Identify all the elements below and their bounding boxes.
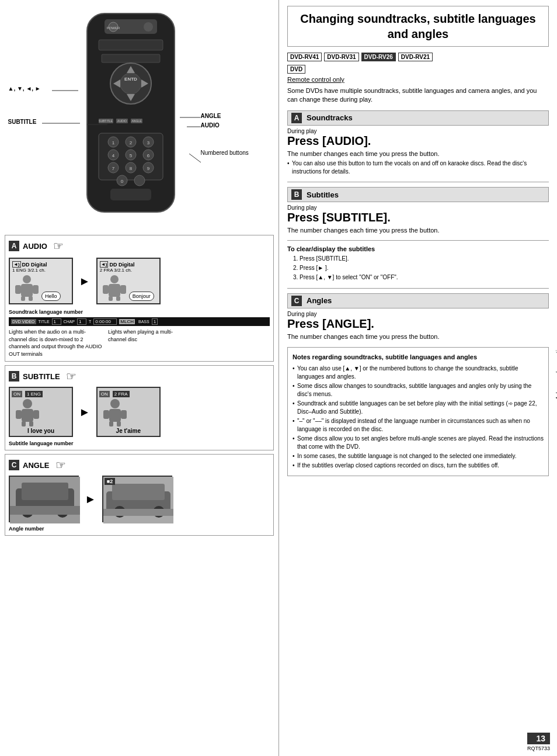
right-section-a-title: Soundtracks — [307, 113, 353, 122]
note-2: Some discs allow changes to soundtracks,… — [293, 382, 544, 398]
step-3: 3. Press [▲, ▼] to select "ON" or "OFF". — [293, 273, 549, 282]
channel-1: DD Digital — [22, 262, 47, 268]
sub-ch-1: 1 ENG — [25, 391, 43, 397]
subtitle-panel-2: ON 2 FRA Je t'aime — [96, 387, 161, 437]
subtitle-panel-1: ON 1 ENG I love you — [9, 387, 73, 437]
step-2: 2. Press [► ]. — [293, 263, 549, 273]
svg-text:ENTD: ENTD — [124, 77, 137, 82]
subtitle-label: SUBTITLE — [8, 119, 37, 125]
audio-remote-label: AUDIO — [201, 122, 220, 129]
osd-time-val: 0:00:00 — [93, 318, 117, 325]
section-a-box: A AUDIO ☞ ◄) DD Digital 1 ENG 3/2.1 ch. — [5, 235, 274, 362]
note-6: In some cases, the subtitle language is … — [293, 452, 544, 460]
model-rv41: DVD-RV41 — [287, 53, 322, 61]
svg-rect-78 — [10, 506, 80, 515]
note-1: You can also use [▲, ▼] or the numbered … — [293, 365, 544, 381]
angle-num-label: Angle number — [9, 526, 270, 532]
svg-point-42 — [134, 175, 145, 186]
svg-line-48 — [189, 154, 201, 162]
model-rv21: DVD-RV21 — [398, 53, 433, 61]
section-c-letter: C — [9, 460, 19, 470]
page-number: 13 — [527, 733, 550, 744]
svg-rect-81 — [112, 484, 165, 500]
audio-bullet: You can also use this button to turn the… — [287, 159, 549, 176]
osd-bass: BASS — [138, 320, 149, 324]
section-c-title: ANGLE — [23, 461, 50, 470]
right-section-c: C Angles During play Press [ANGLE]. The … — [287, 293, 549, 341]
osd-chap-val: 1 — [77, 318, 86, 325]
page-title: Changing soundtracks, subtitle languages… — [287, 6, 549, 47]
intro-text: Some DVDs have multiple soundtracks, sub… — [287, 86, 549, 105]
svg-rect-71 — [109, 421, 113, 426]
right-letter-a: A — [291, 113, 302, 123]
vol-icon-2: ◄) — [100, 261, 109, 268]
osd-time-label: T — [89, 320, 91, 324]
svg-text:8: 8 — [129, 166, 132, 171]
svg-rect-6 — [102, 54, 160, 63]
lang-2: 2 FRA 3/2.1 ch. — [100, 268, 157, 273]
press-audio: Press [AUDIO]. — [287, 134, 549, 148]
sub-status-2: ON — [99, 391, 110, 397]
during-play-a: During play — [287, 128, 549, 134]
right-section-b-header: B Subtitles — [287, 187, 549, 202]
divider-bc — [287, 288, 549, 289]
svg-rect-66 — [29, 421, 33, 426]
svg-rect-57 — [103, 285, 109, 294]
svg-text:1: 1 — [112, 140, 114, 145]
section-b-header: B SUBTITLE ☞ — [9, 369, 270, 383]
lights-info: Lights when the audio on a multi-channel… — [9, 328, 270, 358]
right-section-a: A Soundtracks During play Press [AUDIO].… — [287, 110, 549, 176]
svg-rect-60 — [116, 296, 120, 301]
person-area-2: Bonjour — [100, 275, 157, 301]
audio-panel-1: ◄) DD Digital 1 ENG 3/2.1 ch. He — [9, 258, 73, 304]
svg-rect-53 — [21, 296, 25, 301]
svg-rect-75 — [22, 483, 68, 500]
svg-text:AUDIO: AUDIO — [117, 119, 127, 123]
right-letter-c: C — [291, 296, 302, 306]
svg-point-61 — [23, 399, 32, 408]
svg-rect-64 — [33, 410, 39, 419]
right-letter-b: B — [291, 189, 302, 200]
during-play-c: During play — [287, 311, 549, 317]
svg-text:9: 9 — [147, 166, 149, 171]
svg-rect-62 — [22, 409, 33, 422]
model-rv31: DVD-RV31 — [324, 53, 358, 61]
svg-rect-68 — [109, 409, 121, 422]
svg-rect-50 — [21, 284, 33, 297]
section-b-box: B SUBTITLE ☞ ON 1 ENG — [5, 365, 274, 450]
osd-title-label: TITLE — [39, 320, 50, 324]
svg-rect-52 — [33, 285, 39, 294]
svg-rect-70 — [121, 410, 127, 419]
note-3: Soundtrack and subtitle languages can be… — [293, 400, 544, 416]
press-subtitle: Press [SUBTITLE]. — [287, 211, 549, 224]
svg-text:6: 6 — [147, 153, 149, 158]
subtitle-lang-label: Subtitle language number — [9, 441, 270, 446]
numbered-label: Numbered buttons — [201, 150, 249, 156]
remote-area: POWER ENTD SUBTITLE — [5, 5, 274, 233]
subtitle-display-row: ON 1 ENG I love you ► ON — [9, 387, 270, 437]
hand-icon-b: ☞ — [66, 369, 76, 383]
angle-panel-2: ■2 — [102, 476, 172, 522]
remote-only-label: Remote control only — [287, 76, 549, 83]
left-panel: POWER ENTD SUBTITLE — [0, 0, 279, 756]
svg-text:SUBTITLE: SUBTITLE — [99, 119, 113, 123]
remote-svg: POWER ENTD SUBTITLE — [75, 8, 186, 224]
svg-rect-59 — [109, 296, 113, 301]
rqt-number: RQT5733 — [527, 745, 550, 751]
sub-status-1: ON — [12, 391, 22, 397]
right-section-c-header: C Angles — [287, 293, 549, 308]
svg-text:5: 5 — [129, 153, 132, 158]
right-section-b-title: Subtitles — [307, 190, 339, 199]
right-section-a-header: A Soundtracks — [287, 110, 549, 126]
svg-point-55 — [110, 275, 119, 283]
svg-rect-54 — [29, 296, 33, 301]
angle-label: ANGLE — [201, 113, 221, 119]
section-c-box: C ANGLE ☞ ■1 ► ■2 — [5, 454, 274, 536]
svg-text:3: 3 — [147, 140, 149, 145]
step-1: 1. Press [SUBTITLE]. — [293, 254, 549, 263]
person-area-1: Hello — [12, 275, 69, 301]
svg-rect-84 — [103, 509, 173, 516]
svg-point-4 — [144, 22, 153, 32]
section-a-title: AUDIO — [23, 242, 47, 251]
angle-display-row: ■1 ► ■2 — [9, 476, 270, 522]
